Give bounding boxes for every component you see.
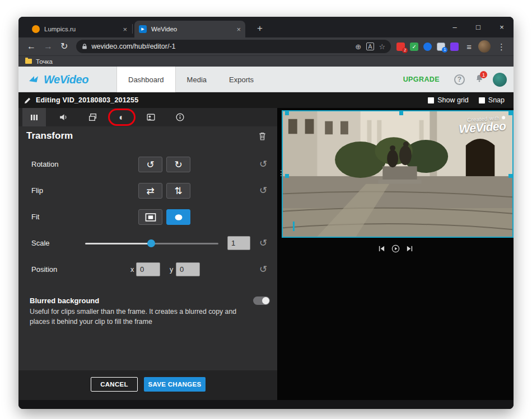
extension-purple-icon[interactable] — [450, 43, 459, 51]
nav-exports[interactable]: Exports — [218, 67, 265, 92]
lumpics-favicon-icon — [32, 25, 40, 33]
bookmark-label[interactable]: Точка — [36, 58, 53, 65]
account-avatar[interactable] — [493, 73, 507, 87]
reading-list-icon[interactable]: ≡ — [466, 43, 472, 51]
flip-reset-icon[interactable]: ↺ — [258, 185, 269, 196]
previous-frame-icon[interactable] — [378, 245, 385, 252]
preview-area: ⋮ — [277, 108, 514, 400]
flip-horizontal-button[interactable]: ⇄ — [138, 183, 162, 199]
rotate-cw-button[interactable]: ↻ — [166, 157, 190, 172]
cancel-button[interactable]: CANCEL — [91, 377, 138, 392]
editor-title-bar: Editing VID_20180803_201255 Show grid Sn… — [18, 92, 514, 108]
browser-menu-icon[interactable]: ⋮ — [497, 43, 506, 51]
extension-blue-icon[interactable] — [423, 43, 432, 51]
resize-handle[interactable] — [508, 111, 512, 115]
browser-profile-avatar[interactable] — [478, 40, 491, 53]
show-grid-checkbox[interactable] — [428, 97, 434, 103]
close-tab-icon[interactable]: × — [236, 26, 241, 33]
rotation-reset-icon[interactable]: ↺ — [258, 159, 269, 170]
tab-lumpics[interactable]: Lumpics.ru × — [27, 21, 132, 37]
show-grid-label: Show grid — [437, 96, 469, 104]
scale-reset-icon[interactable]: ↺ — [258, 238, 269, 249]
close-window-button[interactable]: × — [490, 17, 514, 37]
tab-strip: Lumpics.ru × ▶ WeVideo × + – □ × — [18, 17, 514, 37]
play-icon[interactable] — [391, 244, 400, 253]
position-y-input[interactable] — [176, 262, 200, 276]
browser-window: Lumpics.ru × ▶ WeVideo × + – □ × ← → ↻ w… — [18, 17, 514, 409]
notification-badge: 1 — [480, 71, 487, 78]
tab-copies[interactable] — [81, 108, 104, 126]
video-preview[interactable]: Created with WeVideo — [282, 110, 514, 238]
nav-dashboard[interactable]: Dashboard — [116, 67, 176, 92]
new-tab-button[interactable]: + — [253, 22, 267, 35]
tab-label: Lumpics.ru — [44, 26, 118, 32]
delete-clip-button[interactable] — [258, 131, 269, 143]
resize-handle[interactable] — [399, 111, 403, 115]
blurred-background-description: Useful for clips smaller than the frame.… — [30, 307, 256, 327]
panel-resize-handle[interactable]: ⋮ — [277, 171, 281, 176]
fit-inside-button[interactable] — [138, 209, 162, 225]
blurred-background-toggle[interactable] — [253, 296, 270, 305]
scale-slider[interactable] — [85, 236, 218, 251]
wevideo-logo[interactable]: WeVideo — [29, 67, 88, 92]
window-controls: – □ × — [443, 17, 514, 37]
flip-vertical-button[interactable]: ⇅ — [166, 183, 190, 199]
resize-handle[interactable] — [285, 111, 289, 115]
tab-info[interactable] — [168, 108, 192, 126]
editor-main: ◐ Transform Rotation ↺ ↻ ↺ — [18, 108, 514, 400]
wevideo-favicon-icon: ▶ — [139, 25, 147, 33]
save-changes-button[interactable]: SAVE CHANGES — [144, 377, 206, 392]
extension-check-icon[interactable]: ✓ — [410, 43, 418, 51]
clip-editor-panel: ◐ Transform Rotation ↺ ↻ ↺ — [18, 108, 277, 400]
rotation-row: Rotation ↺ ↻ ↺ — [18, 157, 277, 172]
wevideo-logo-icon — [29, 75, 41, 84]
address-bar[interactable]: wevideo.com/hub#editor/-1 ⊕ A ☆ — [76, 40, 391, 53]
flip-label: Flip — [31, 183, 43, 199]
lock-icon — [82, 43, 87, 50]
x-label: x — [130, 262, 134, 277]
rotate-ccw-button[interactable]: ↺ — [138, 157, 162, 172]
help-icon[interactable]: ? — [454, 74, 465, 85]
slider-track-filled — [85, 243, 151, 244]
close-tab-icon[interactable]: × — [123, 26, 127, 33]
minimize-button[interactable]: – — [443, 17, 466, 37]
tab-transform[interactable] — [22, 108, 46, 126]
clip-editor-tabs: ◐ — [18, 108, 277, 126]
position-reset-icon[interactable]: ↺ — [258, 264, 269, 275]
tab-thumbnail[interactable] — [139, 108, 162, 126]
next-frame-icon[interactable] — [406, 245, 413, 252]
fill-frame-icon — [173, 213, 184, 222]
scale-row: Scale ↺ — [18, 236, 277, 251]
tab-label: WeVideo — [151, 26, 232, 32]
nav-media[interactable]: Media — [176, 67, 218, 92]
resize-handle[interactable] — [285, 174, 289, 178]
tab-color[interactable]: ◐ — [110, 108, 133, 126]
extension-badge: 1 — [442, 47, 447, 53]
flip-row: Flip ⇄ ⇅ ↺ — [18, 183, 277, 199]
tab-wevideo-active[interactable]: ▶ WeVideo × — [134, 21, 245, 37]
wevideo-watermark: Created with WeVideo — [458, 114, 506, 136]
extension-red-icon[interactable]: 2 — [396, 43, 405, 51]
notifications-button[interactable]: 1 — [475, 74, 484, 85]
back-icon[interactable]: ← — [27, 42, 36, 51]
resize-handle[interactable] — [508, 174, 512, 178]
scale-input[interactable] — [227, 236, 250, 250]
fit-label: Fit — [31, 209, 39, 225]
zoom-icon[interactable]: ⊕ — [355, 43, 361, 50]
fill-frame-button[interactable] — [166, 209, 190, 225]
tab-audio[interactable] — [52, 108, 75, 126]
translate-icon[interactable]: A — [366, 43, 374, 50]
snap-checkbox[interactable] — [479, 97, 485, 103]
contrast-icon: ◐ — [119, 113, 124, 122]
slider-knob[interactable] — [147, 239, 155, 247]
position-x-input[interactable] — [136, 262, 160, 276]
reload-icon[interactable]: ↻ — [60, 42, 68, 51]
tab-separator — [132, 24, 133, 34]
panel-footer: CANCEL SAVE CHANGES — [18, 370, 277, 400]
forward-icon[interactable]: → — [44, 42, 53, 51]
bookmarks-bar: Точка — [18, 55, 514, 67]
upgrade-button[interactable]: UPGRADE — [403, 76, 440, 83]
extension-cube-icon[interactable]: 1 — [437, 43, 445, 51]
maximize-button[interactable]: □ — [466, 17, 490, 37]
bookmark-star-icon[interactable]: ☆ — [379, 43, 386, 50]
